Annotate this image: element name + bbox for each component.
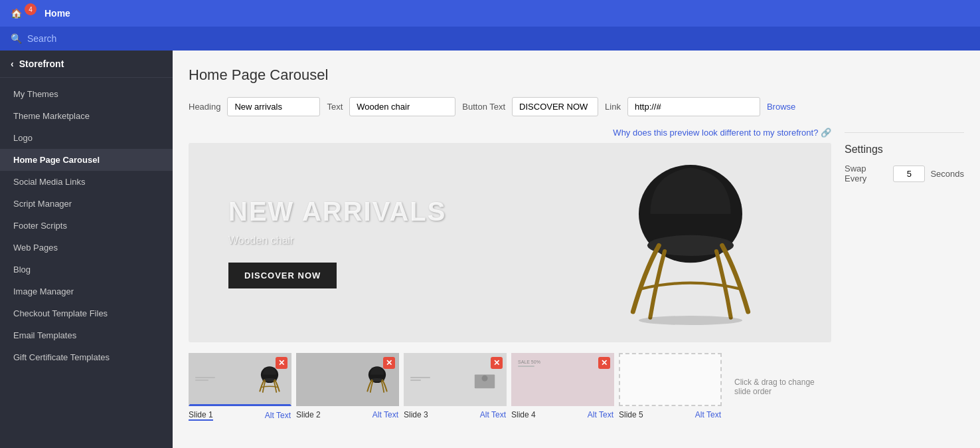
sidebar-item-checkout-template-files[interactable]: Checkout Template Files [0, 302, 173, 324]
text-label: Text [327, 102, 343, 112]
carousel-discover-button[interactable]: DISCOVER NOW [228, 263, 337, 288]
sidebar-nav: My Themes Theme Marketplace Logo Home Pa… [0, 78, 173, 374]
sidebar-item-my-themes[interactable]: My Themes [0, 83, 173, 105]
settings-title: Settings [845, 132, 964, 156]
slide-4-name[interactable]: Slide 4 [511, 410, 536, 419]
page-title: Home Page Carousel [189, 66, 964, 84]
slide-4-alt-link[interactable]: Alt Text [588, 410, 613, 419]
search-bar: 🔍 Search [0, 27, 980, 51]
search-label[interactable]: Search [27, 33, 56, 44]
search-icon: 🔍 [11, 33, 22, 44]
sidebar-section-header[interactable]: ‹ Storefront [0, 51, 173, 78]
swap-label: Swap Every [845, 164, 888, 183]
form-row: Heading Text Button Text Link Browse [189, 97, 964, 116]
content-main: Why does this preview look different to … [189, 127, 831, 421]
slide-3-thumb-image [472, 366, 497, 393]
slide-1-labels: Slide 1 Alt Text [189, 410, 296, 421]
sidebar-item-theme-marketplace[interactable]: Theme Marketplace [0, 105, 173, 127]
right-panel: Settings Swap Every Seconds [831, 127, 964, 421]
link-input[interactable] [627, 97, 760, 116]
sidebar-item-logo[interactable]: Logo [0, 127, 173, 149]
preview-help-link[interactable]: Why does this preview look different to … [613, 128, 831, 138]
slide-2-labels: Slide 2 Alt Text [296, 410, 404, 419]
home-label[interactable]: Home [44, 8, 70, 19]
slide-5-name[interactable]: Slide 5 [619, 410, 643, 419]
heading-label: Heading [189, 102, 220, 112]
sidebar-item-web-pages[interactable]: Web Pages [0, 237, 173, 259]
slide-2-alt-link[interactable]: Alt Text [372, 410, 398, 419]
text-input[interactable] [349, 97, 455, 116]
slide-4-labels: Slide 4 Alt Text [511, 410, 619, 419]
drag-hint: Click & drag to change slide order [734, 378, 831, 396]
swap-row: Swap Every Seconds [845, 164, 964, 183]
carousel-image-area [550, 143, 831, 342]
seconds-label: Seconds [930, 169, 964, 179]
sidebar-item-home-page-carousel[interactable]: Home Page Carousel [0, 149, 173, 171]
slides-row: ✕ Slide 1 Alt Text [189, 353, 831, 421]
home-icon: 🏠 [11, 8, 22, 19]
carousel-heading: NEW ARRIVALS [228, 197, 510, 227]
slide-3-remove-button[interactable]: ✕ [491, 357, 503, 369]
sidebar-item-email-templates[interactable]: Email Templates [0, 324, 173, 346]
swap-every-input[interactable] [893, 166, 925, 182]
carousel-text-area: NEW ARRIVALS Wooden chair DISCOVER NOW [189, 170, 550, 315]
sidebar-chevron-icon: ‹ [11, 58, 14, 69]
chair-image [604, 156, 777, 329]
slide-5-alt-link[interactable]: Alt Text [695, 410, 721, 419]
slide-5-labels: Slide 5 Alt Text [619, 410, 726, 419]
top-bar: 🏠 4 Home [0, 0, 980, 27]
svg-point-2 [639, 316, 742, 325]
svg-point-8 [481, 376, 487, 382]
slide-thumb-1[interactable]: ✕ [189, 353, 291, 406]
slide-3-labels: Slide 3 Alt Text [404, 410, 511, 419]
slide-3-name[interactable]: Slide 3 [404, 410, 428, 419]
slide-1-name[interactable]: Slide 1 [189, 410, 213, 421]
heading-input[interactable] [227, 97, 320, 116]
external-link-icon: 🔗 [821, 128, 831, 138]
slide-1-remove-button[interactable]: ✕ [276, 357, 287, 369]
browse-link[interactable]: Browse [767, 102, 795, 112]
slide-2-remove-button[interactable]: ✕ [383, 357, 395, 369]
slide-item-5: Slide 5 Alt Text [619, 353, 726, 419]
sidebar-item-script-manager[interactable]: Script Manager [0, 193, 173, 215]
slide-thumb-4[interactable]: SALE 50% ✕ [511, 353, 614, 406]
slide-2-name[interactable]: Slide 2 [296, 410, 321, 419]
slide-4-remove-button[interactable]: ✕ [598, 357, 610, 369]
sidebar-item-gift-certificate-templates[interactable]: Gift Certificate Templates [0, 346, 173, 368]
slide-thumb-3[interactable]: ✕ [404, 353, 507, 406]
notification-badge: 4 [25, 3, 37, 15]
slide-item-1: ✕ Slide 1 Alt Text [189, 353, 296, 421]
slide-item-4: SALE 50% ✕ Slide 4 Alt Text [511, 353, 619, 419]
carousel-preview: NEW ARRIVALS Wooden chair DISCOVER NOW [189, 143, 831, 342]
sidebar-section-label: Storefront [19, 58, 64, 69]
sidebar-item-blog[interactable]: Blog [0, 259, 173, 280]
slide-add-button[interactable] [619, 353, 722, 406]
slide-item-2: ✕ Slide 2 Alt Text [296, 353, 404, 419]
slide-3-alt-link[interactable]: Alt Text [480, 410, 506, 419]
button-text-input[interactable] [512, 97, 598, 116]
slide-thumb-2[interactable]: ✕ [296, 353, 399, 406]
sidebar-item-social-media-links[interactable]: Social Media Links [0, 171, 173, 193]
sidebar-item-image-manager[interactable]: Image Manager [0, 280, 173, 302]
content-inner: Why does this preview look different to … [189, 127, 964, 421]
link-label: Link [605, 102, 621, 112]
content-area: Home Page Carousel Heading Text Button T… [173, 51, 980, 448]
sidebar: ‹ Storefront My Themes Theme Marketplace… [0, 51, 173, 448]
slide-item-3: ✕ Slide 3 Alt Text [404, 353, 511, 419]
carousel-subtext: Wooden chair [228, 235, 510, 247]
slide-1-alt-link[interactable]: Alt Text [265, 411, 291, 420]
preview-help: Why does this preview look different to … [189, 127, 831, 138]
sidebar-item-footer-scripts[interactable]: Footer Scripts [0, 215, 173, 237]
button-text-label: Button Text [462, 102, 505, 112]
